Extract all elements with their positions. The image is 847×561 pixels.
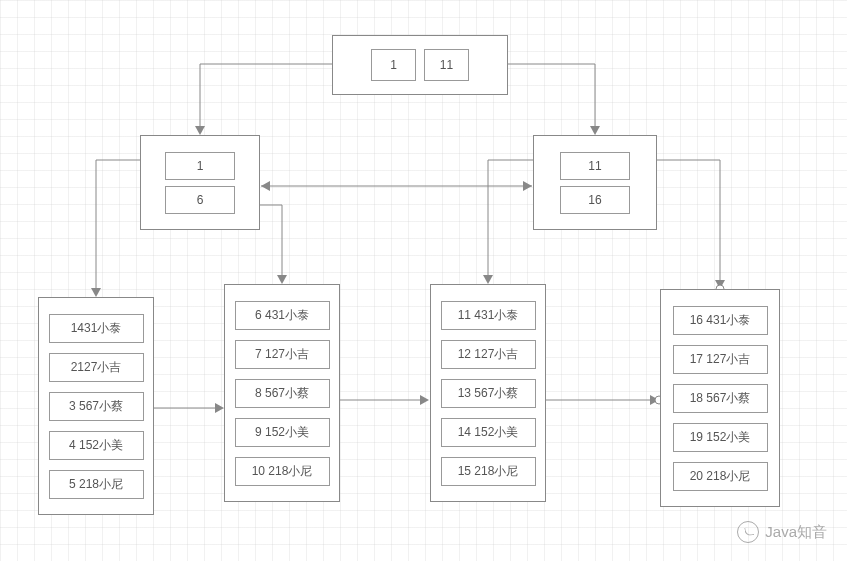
btree-leaf-node: 6 431小泰 7 127小吉 8 567小蔡 9 152小美 10 218小尼: [224, 284, 340, 502]
leaf-row: 17 127小吉: [673, 345, 768, 374]
btree-internal-node-right: 11 16: [533, 135, 657, 230]
wechat-icon: [737, 521, 759, 543]
internal-key: 11: [560, 152, 630, 180]
leaf-row: 2127小吉: [49, 353, 144, 382]
leaf-row: 4 152小美: [49, 431, 144, 460]
svg-marker-1: [590, 126, 600, 135]
svg-marker-3: [523, 181, 532, 191]
internal-key: 6: [165, 186, 235, 214]
leaf-row: 10 218小尼: [235, 457, 330, 486]
btree-leaf-node: 11 431小泰 12 127小吉 13 567小蔡 14 152小美 15 2…: [430, 284, 546, 502]
internal-key: 1: [165, 152, 235, 180]
btree-root-node: 1 11: [332, 35, 508, 95]
leaf-row: 15 218小尼: [441, 457, 536, 486]
leaf-row: 8 567小蔡: [235, 379, 330, 408]
svg-marker-11: [650, 395, 659, 405]
svg-marker-10: [420, 395, 429, 405]
leaf-row: 9 152小美: [235, 418, 330, 447]
leaf-row: 19 152小美: [673, 423, 768, 452]
svg-marker-4: [91, 288, 101, 297]
svg-marker-7: [715, 280, 725, 289]
svg-marker-2: [261, 181, 270, 191]
btree-internal-node-left: 1 6: [140, 135, 260, 230]
internal-key: 16: [560, 186, 630, 214]
svg-marker-9: [215, 403, 224, 413]
leaf-row: 16 431小泰: [673, 306, 768, 335]
leaf-row: 18 567小蔡: [673, 384, 768, 413]
leaf-row: 20 218小尼: [673, 462, 768, 491]
leaf-row: 5 218小尼: [49, 470, 144, 499]
leaf-row: 7 127小吉: [235, 340, 330, 369]
leaf-row: 13 567小蔡: [441, 379, 536, 408]
svg-marker-6: [483, 275, 493, 284]
root-key: 11: [424, 49, 469, 81]
leaf-row: 14 152小美: [441, 418, 536, 447]
leaf-row: 1431小泰: [49, 314, 144, 343]
btree-leaf-node: 1431小泰 2127小吉 3 567小蔡 4 152小美 5 218小尼: [38, 297, 154, 515]
leaf-row: 12 127小吉: [441, 340, 536, 369]
leaf-row: 6 431小泰: [235, 301, 330, 330]
watermark-text: Java知音: [765, 523, 827, 542]
leaf-row: 3 567小蔡: [49, 392, 144, 421]
watermark: Java知音: [737, 521, 827, 543]
btree-leaf-node: 16 431小泰 17 127小吉 18 567小蔡 19 152小美 20 2…: [660, 289, 780, 507]
root-key: 1: [371, 49, 416, 81]
svg-marker-5: [277, 275, 287, 284]
svg-marker-0: [195, 126, 205, 135]
leaf-row: 11 431小泰: [441, 301, 536, 330]
